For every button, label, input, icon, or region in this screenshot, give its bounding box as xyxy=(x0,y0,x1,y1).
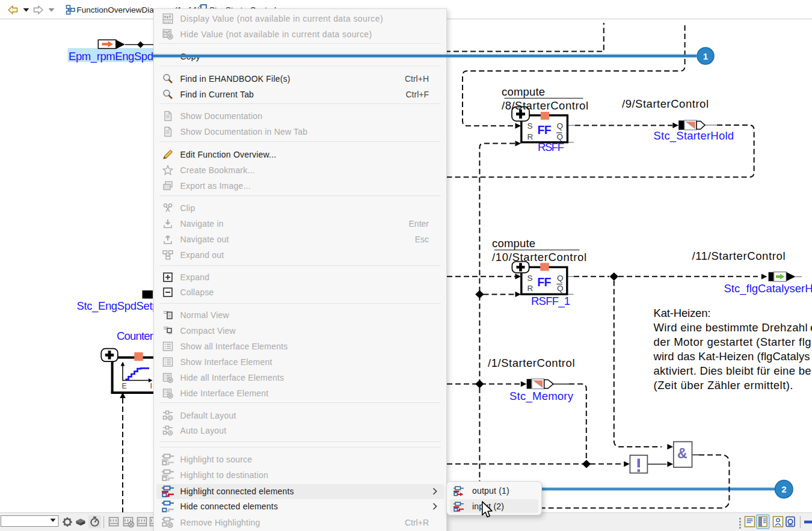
svg-text:R: R xyxy=(527,284,534,293)
svg-text:I: I xyxy=(150,382,152,390)
svg-text:wird das Kat-Heizen (flgCataly: wird das Kat-Heizen (flgCatalys xyxy=(653,350,810,363)
svg-text:R: R xyxy=(527,132,534,141)
svg-text:RSFF_1: RSFF_1 xyxy=(531,295,570,308)
svg-text:compute: compute xyxy=(502,85,545,98)
svg-text:Stc_Memory: Stc_Memory xyxy=(509,390,574,403)
svg-text:compute: compute xyxy=(492,237,535,250)
svg-text:RSFF: RSFF xyxy=(538,141,564,153)
svg-text:Q: Q xyxy=(557,284,564,293)
svg-text:aktiviert. Dies bleibt für ein: aktiviert. Dies bleibt für eine be xyxy=(654,364,811,377)
svg-text:1: 1 xyxy=(703,51,707,61)
svg-text:/10/StarterControl: /10/StarterControl xyxy=(492,251,586,263)
svg-text:FF: FF xyxy=(538,123,552,137)
svg-text:Q: Q xyxy=(557,121,564,130)
svg-text:S: S xyxy=(527,121,533,130)
svg-text:Wird eine bestimmte Drehzahl: Wird eine bestimmte Drehzahl xyxy=(654,321,808,334)
svg-text:D: D xyxy=(168,416,171,420)
svg-text:/9/StarterControl: /9/StarterControl xyxy=(622,97,709,110)
svg-text:/1/StarterControl: /1/StarterControl xyxy=(488,357,575,369)
svg-text:Kat-Heizen:: Kat-Heizen: xyxy=(654,307,711,319)
svg-text:&: & xyxy=(677,446,687,461)
svg-text:Stc_EngSpdSetp: Stc_EngSpdSetp xyxy=(77,299,159,313)
svg-text:A: A xyxy=(168,431,171,435)
svg-text:Stc_StarterHold: Stc_StarterHold xyxy=(654,129,734,143)
svg-text:E: E xyxy=(122,382,127,390)
svg-text:S: S xyxy=(527,274,533,283)
svg-text:FF: FF xyxy=(537,275,551,289)
svg-text:(Zeit über Zähler ermittelt).: (Zeit über Zähler ermittelt). xyxy=(654,379,793,391)
svg-text:2: 2 xyxy=(781,484,786,494)
svg-text:Stc_flgCatalyserHeat: Stc_flgCatalyserHeat xyxy=(724,282,812,295)
svg-text:der Motor gestartet (Starter f: der Motor gestartet (Starter flg xyxy=(654,336,811,348)
svg-text:Counter: Counter xyxy=(117,330,153,342)
svg-text:/11/StarterControl: /11/StarterControl xyxy=(692,250,786,262)
svg-text:/8/StarterControl: /8/StarterControl xyxy=(502,99,588,112)
svg-text:Q: Q xyxy=(557,274,564,283)
svg-text:Epm_rpmEngSpd: Epm_rpmEngSpd xyxy=(69,50,153,63)
